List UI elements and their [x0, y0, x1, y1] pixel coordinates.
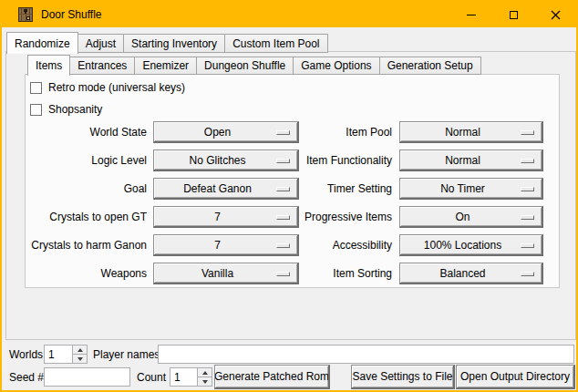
shopsanity-checkbox-row[interactable]: Shopsanity — [30, 103, 102, 116]
generate-patched-rom-button[interactable]: Generate Patched Rom — [214, 365, 330, 389]
player-names-input[interactable] — [158, 345, 574, 364]
seed-input[interactable] — [44, 367, 130, 387]
open-output-directory-button[interactable]: Open Output Directory — [456, 365, 575, 389]
save-settings-button[interactable]: Save Settings to File — [351, 365, 455, 389]
option-row: Crystals to open GT 7 Progressive Items … — [26, 206, 559, 228]
accessibility-label: Accessibility — [252, 239, 392, 252]
tab-entrances[interactable]: Entrances — [69, 57, 135, 75]
caption-buttons — [450, 2, 576, 27]
tab-label: Game Options — [301, 59, 371, 72]
tab-label: Generation Setup — [387, 59, 473, 72]
arrow-down-icon — [77, 357, 83, 361]
item-functionality-label: Item Functionality — [252, 154, 392, 167]
window-title: Door Shuffle — [41, 8, 102, 21]
close-button[interactable] — [534, 2, 576, 27]
option-row: Logic Level No Glitches Item Functionali… — [26, 150, 559, 171]
app-door-icon — [18, 7, 33, 22]
progressive-items-dropdown[interactable]: On — [399, 206, 543, 228]
tab-label: Entrances — [77, 59, 127, 72]
tab-starting-inventory[interactable]: Starting Inventory — [123, 34, 225, 53]
item-pool-dropdown[interactable]: Normal — [399, 121, 543, 143]
item-pool-label: Item Pool — [252, 126, 392, 139]
retro-mode-checkbox-row[interactable]: Retro mode (universal keys) — [30, 81, 185, 94]
crystals-harm-ganon-label: Crystals to harm Ganon — [26, 239, 147, 252]
main-tab-bar: Randomize Adjust Starting Inventory Cust… — [6, 31, 327, 53]
worlds-input[interactable] — [45, 346, 71, 363]
minimize-icon — [467, 15, 476, 15]
worlds-spinner[interactable] — [44, 345, 88, 364]
timer-setting-dropdown[interactable]: No Timer — [399, 178, 543, 200]
tab-label: Randomize — [15, 37, 70, 50]
item-sorting-dropdown[interactable]: Balanced — [399, 263, 543, 284]
dropdown-value: Normal — [439, 126, 502, 139]
tab-adjust[interactable]: Adjust — [77, 34, 124, 53]
dropdown-indicator-icon — [521, 159, 534, 163]
close-icon — [551, 10, 561, 20]
timer-setting-label: Timer Setting — [252, 182, 392, 195]
dropdown-indicator-icon — [521, 215, 534, 220]
minimize-button[interactable] — [450, 2, 492, 27]
sub-tab-bar: Items Entrances Enemizer Dungeon Shuffle… — [27, 54, 480, 75]
dropdown-value: Balanced — [434, 267, 507, 280]
dropdown-value: 100% Locations — [418, 239, 523, 252]
retro-mode-label: Retro mode (universal keys) — [48, 81, 185, 94]
tab-items[interactable]: Items — [27, 55, 70, 76]
count-label: Count — [137, 371, 166, 384]
progressive-items-label: Progressive Items — [252, 211, 392, 223]
tab-label: Adjust — [86, 37, 116, 50]
option-row: Goal Defeat Ganon Timer Setting No Timer — [26, 178, 559, 200]
tab-enemizer[interactable]: Enemizer — [134, 57, 197, 75]
dropdown-indicator-icon — [521, 243, 534, 248]
spin-down-button[interactable] — [73, 355, 87, 363]
tab-label: Items — [36, 59, 62, 72]
spin-up-button[interactable] — [198, 368, 212, 377]
dropdown-indicator-icon — [521, 272, 534, 276]
dropdown-value: 7 — [209, 239, 243, 252]
count-input[interactable] — [170, 368, 196, 386]
logic-level-label: Logic Level — [26, 154, 147, 167]
tab-label: Enemizer — [142, 59, 189, 72]
worlds-label: Worlds — [9, 348, 43, 361]
arrow-down-icon — [202, 380, 208, 384]
tab-game-options[interactable]: Game Options — [293, 57, 379, 75]
tab-dungeon-shuffle[interactable]: Dungeon Shuffle — [196, 57, 294, 75]
tab-generation-setup[interactable]: Generation Setup — [379, 57, 481, 75]
button-label: Generate Patched Rom — [214, 370, 329, 383]
spin-down-button[interactable] — [198, 377, 212, 386]
item-functionality-dropdown[interactable]: Normal — [399, 150, 543, 171]
dropdown-value: On — [449, 211, 491, 223]
weapons-label: Weapons — [26, 267, 147, 280]
tab-randomize[interactable]: Randomize — [6, 32, 78, 54]
items-tab-pane: Retro mode (universal keys) Shopsanity W… — [25, 74, 560, 288]
count-spinner[interactable] — [170, 367, 212, 387]
world-state-label: World State — [26, 126, 147, 139]
shopsanity-checkbox[interactable] — [30, 104, 42, 116]
title-bar: Door Shuffle — [2, 2, 576, 27]
seed-label: Seed # — [9, 371, 44, 384]
spinner-arrows — [72, 346, 87, 363]
tab-custom-item-pool[interactable]: Custom Item Pool — [224, 34, 327, 53]
dropdown-value: 7 — [209, 211, 243, 223]
crystals-open-gt-label: Crystals to open GT — [26, 211, 147, 223]
tab-label: Dungeon Shuffle — [204, 59, 285, 72]
maximize-button[interactable] — [492, 2, 534, 27]
accessibility-dropdown[interactable]: 100% Locations — [399, 234, 543, 256]
spin-up-button[interactable] — [73, 346, 87, 355]
goal-label: Goal — [26, 182, 147, 195]
item-sorting-label: Item Sorting — [252, 267, 392, 280]
spinner-arrows — [197, 368, 212, 386]
option-row: World State Open Item Pool Normal — [26, 121, 559, 143]
maximize-icon — [510, 11, 518, 19]
dropdown-indicator-icon — [521, 130, 534, 135]
player-names-label: Player names — [93, 348, 160, 361]
option-row: Weapons Vanilla Item Sorting Balanced — [26, 263, 559, 284]
dropdown-value: Normal — [439, 154, 502, 167]
option-row: Crystals to harm Ganon 7 Accessibility 1… — [26, 234, 559, 256]
button-label: Open Output Directory — [460, 370, 570, 383]
shopsanity-label: Shopsanity — [48, 103, 102, 116]
dropdown-value: Vanilla — [196, 267, 255, 280]
door-shuffle-window: Door Shuffle Randomize Adjust Starting I… — [0, 0, 578, 392]
tab-label: Custom Item Pool — [232, 37, 319, 50]
arrow-up-icon — [202, 371, 208, 375]
retro-mode-checkbox[interactable] — [30, 82, 42, 94]
